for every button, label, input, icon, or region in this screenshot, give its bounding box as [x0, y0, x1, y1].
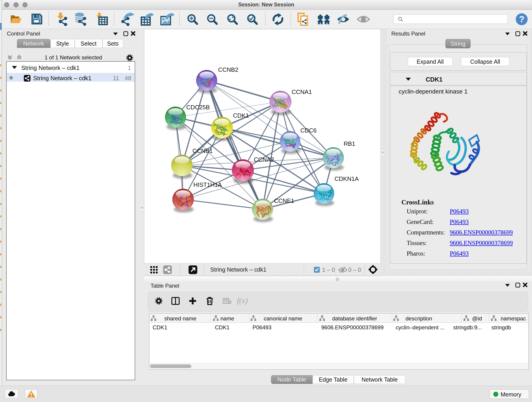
svg-text:CCNA2: CCNA2	[254, 156, 274, 163]
svg-text:CCNB1: CCNB1	[192, 147, 213, 154]
svg-text:CCNB2: CCNB2	[218, 66, 238, 73]
svg-text:CDC6: CDC6	[300, 127, 317, 134]
svg-text:HIST1H1A: HIST1H1A	[193, 181, 222, 188]
svg-text:RB1: RB1	[344, 140, 355, 147]
svg-text:CCNA1: CCNA1	[292, 89, 312, 95]
svg-text:CCNE1: CCNE1	[274, 197, 294, 204]
svg-text:CDKN1A: CDKN1A	[335, 175, 359, 182]
svg-text:CDK1: CDK1	[233, 112, 249, 119]
svg-text:CDC25B: CDC25B	[186, 104, 210, 111]
